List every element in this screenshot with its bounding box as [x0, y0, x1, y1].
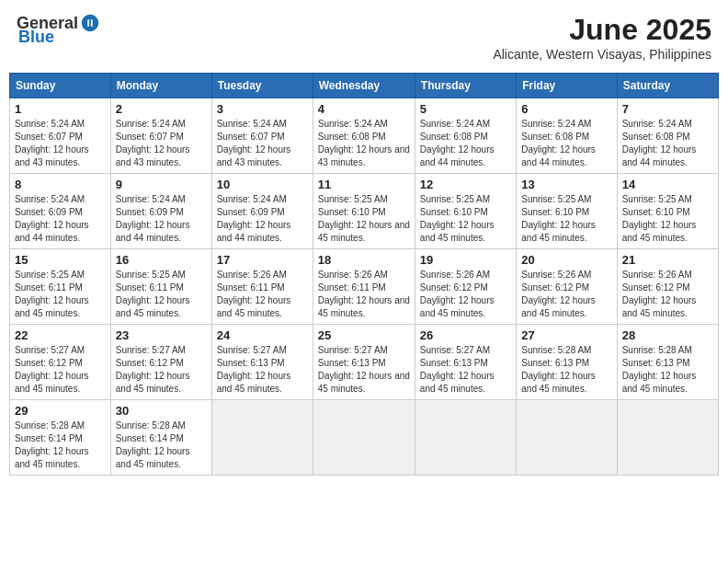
day-info: Sunrise: 5:28 AM Sunset: 6:13 PM Dayligh… — [622, 344, 713, 396]
location-subtitle: Alicante, Western Visayas, Philippines — [493, 47, 711, 62]
title-area: June 2025 Alicante, Western Visayas, Phi… — [493, 13, 711, 62]
day-info: Sunrise: 5:28 AM Sunset: 6:13 PM Dayligh… — [521, 344, 611, 396]
day-number: 26 — [420, 328, 511, 342]
calendar-cell — [517, 400, 617, 476]
day-info: Sunrise: 5:24 AM Sunset: 6:08 PM Dayligh… — [521, 118, 611, 169]
calendar-cell: 1 Sunrise: 5:24 AM Sunset: 6:07 PM Dayli… — [10, 98, 111, 174]
calendar-row: 22 Sunrise: 5:27 AM Sunset: 6:12 PM Dayl… — [10, 325, 719, 400]
day-info: Sunrise: 5:27 AM Sunset: 6:12 PM Dayligh… — [116, 344, 207, 396]
day-number: 14 — [622, 178, 713, 191]
day-info: Sunrise: 5:27 AM Sunset: 6:13 PM Dayligh… — [420, 344, 511, 396]
day-number: 16 — [116, 253, 207, 267]
day-info: Sunrise: 5:24 AM Sunset: 6:09 PM Dayligh… — [116, 193, 207, 245]
day-info: Sunrise: 5:26 AM Sunset: 6:12 PM Dayligh… — [622, 269, 713, 320]
calendar-cell: 29 Sunrise: 5:28 AM Sunset: 6:14 PM Dayl… — [10, 400, 111, 476]
calendar-cell — [617, 400, 718, 476]
day-number: 2 — [116, 102, 207, 116]
calendar-cell: 23 Sunrise: 5:27 AM Sunset: 6:12 PM Dayl… — [110, 325, 211, 400]
day-number: 12 — [420, 178, 511, 191]
calendar-cell: 10 Sunrise: 5:24 AM Sunset: 6:09 PM Dayl… — [211, 174, 313, 249]
day-info: Sunrise: 5:24 AM Sunset: 6:07 PM Dayligh… — [217, 118, 308, 169]
day-number: 15 — [15, 253, 106, 267]
weekday-header-sunday: Sunday — [10, 74, 111, 98]
calendar-cell — [415, 400, 516, 476]
calendar-cell — [211, 400, 313, 476]
day-number: 10 — [217, 178, 308, 191]
calendar-cell — [313, 400, 415, 476]
day-number: 7 — [622, 102, 713, 116]
calendar-cell: 24 Sunrise: 5:27 AM Sunset: 6:13 PM Dayl… — [211, 325, 313, 400]
day-number: 23 — [116, 328, 207, 342]
day-number: 3 — [217, 102, 308, 116]
calendar-cell: 18 Sunrise: 5:26 AM Sunset: 6:11 PM Dayl… — [313, 249, 415, 325]
day-number: 25 — [318, 328, 410, 342]
day-info: Sunrise: 5:27 AM Sunset: 6:13 PM Dayligh… — [318, 344, 410, 396]
day-info: Sunrise: 5:25 AM Sunset: 6:10 PM Dayligh… — [318, 193, 410, 245]
weekday-header-tuesday: Tuesday — [211, 74, 313, 98]
day-info: Sunrise: 5:26 AM Sunset: 6:12 PM Dayligh… — [420, 269, 511, 320]
logo-icon — [80, 13, 100, 33]
day-info: Sunrise: 5:25 AM Sunset: 6:11 PM Dayligh… — [15, 269, 106, 320]
month-year-title: June 2025 — [493, 13, 711, 47]
calendar-cell: 7 Sunrise: 5:24 AM Sunset: 6:08 PM Dayli… — [617, 98, 718, 174]
day-info: Sunrise: 5:24 AM Sunset: 6:08 PM Dayligh… — [622, 118, 713, 169]
calendar-cell: 19 Sunrise: 5:26 AM Sunset: 6:12 PM Dayl… — [415, 249, 516, 325]
day-number: 1 — [15, 102, 106, 116]
day-info: Sunrise: 5:25 AM Sunset: 6:10 PM Dayligh… — [521, 193, 611, 245]
day-number: 18 — [318, 253, 410, 267]
calendar-cell: 3 Sunrise: 5:24 AM Sunset: 6:07 PM Dayli… — [211, 98, 313, 174]
calendar-cell: 9 Sunrise: 5:24 AM Sunset: 6:09 PM Dayli… — [110, 174, 211, 249]
day-info: Sunrise: 5:25 AM Sunset: 6:11 PM Dayligh… — [116, 269, 207, 320]
day-info: Sunrise: 5:26 AM Sunset: 6:11 PM Dayligh… — [318, 269, 410, 320]
calendar-cell: 8 Sunrise: 5:24 AM Sunset: 6:09 PM Dayli… — [10, 174, 111, 249]
calendar-cell: 4 Sunrise: 5:24 AM Sunset: 6:08 PM Dayli… — [313, 98, 415, 174]
day-info: Sunrise: 5:27 AM Sunset: 6:13 PM Dayligh… — [217, 344, 308, 396]
calendar-row: 29 Sunrise: 5:28 AM Sunset: 6:14 PM Dayl… — [10, 400, 719, 476]
calendar-cell: 17 Sunrise: 5:26 AM Sunset: 6:11 PM Dayl… — [211, 249, 313, 325]
calendar-cell: 22 Sunrise: 5:27 AM Sunset: 6:12 PM Dayl… — [10, 325, 111, 400]
calendar-cell: 21 Sunrise: 5:26 AM Sunset: 6:12 PM Dayl… — [617, 249, 718, 325]
day-info: Sunrise: 5:25 AM Sunset: 6:10 PM Dayligh… — [622, 193, 713, 245]
calendar-cell: 5 Sunrise: 5:24 AM Sunset: 6:08 PM Dayli… — [415, 98, 516, 174]
day-info: Sunrise: 5:27 AM Sunset: 6:12 PM Dayligh… — [15, 344, 106, 396]
calendar-cell: 14 Sunrise: 5:25 AM Sunset: 6:10 PM Dayl… — [617, 174, 718, 249]
day-info: Sunrise: 5:24 AM Sunset: 6:09 PM Dayligh… — [15, 193, 106, 245]
calendar-cell: 15 Sunrise: 5:25 AM Sunset: 6:11 PM Dayl… — [10, 249, 111, 325]
day-number: 8 — [15, 178, 106, 191]
weekday-header-friday: Friday — [517, 74, 617, 98]
weekday-header-saturday: Saturday — [617, 74, 718, 98]
weekday-header-wednesday: Wednesday — [313, 74, 415, 98]
day-number: 22 — [15, 328, 106, 342]
calendar-cell: 27 Sunrise: 5:28 AM Sunset: 6:13 PM Dayl… — [517, 325, 617, 400]
day-info: Sunrise: 5:28 AM Sunset: 6:14 PM Dayligh… — [116, 419, 207, 471]
calendar-cell: 13 Sunrise: 5:25 AM Sunset: 6:10 PM Dayl… — [517, 174, 617, 249]
calendar-row: 15 Sunrise: 5:25 AM Sunset: 6:11 PM Dayl… — [10, 249, 719, 325]
weekday-header-row: SundayMondayTuesdayWednesdayThursdayFrid… — [10, 74, 719, 98]
calendar-cell: 12 Sunrise: 5:25 AM Sunset: 6:10 PM Dayl… — [415, 174, 516, 249]
day-number: 24 — [217, 328, 308, 342]
logo-blue-text: Blue — [18, 28, 54, 47]
calendar-cell: 20 Sunrise: 5:26 AM Sunset: 6:12 PM Dayl… — [517, 249, 617, 325]
calendar-cell: 25 Sunrise: 5:27 AM Sunset: 6:13 PM Dayl… — [313, 325, 415, 400]
day-number: 21 — [622, 253, 713, 267]
calendar-cell: 2 Sunrise: 5:24 AM Sunset: 6:07 PM Dayli… — [110, 98, 211, 174]
day-number: 29 — [15, 404, 106, 418]
day-info: Sunrise: 5:24 AM Sunset: 6:08 PM Dayligh… — [318, 118, 410, 169]
day-info: Sunrise: 5:26 AM Sunset: 6:12 PM Dayligh… — [521, 269, 611, 320]
weekday-header-thursday: Thursday — [415, 74, 516, 98]
day-number: 9 — [116, 178, 207, 191]
day-info: Sunrise: 5:28 AM Sunset: 6:14 PM Dayligh… — [15, 419, 106, 471]
day-number: 20 — [521, 253, 611, 267]
day-info: Sunrise: 5:25 AM Sunset: 6:10 PM Dayligh… — [420, 193, 511, 245]
calendar-cell: 6 Sunrise: 5:24 AM Sunset: 6:08 PM Dayli… — [517, 98, 617, 174]
day-number: 19 — [420, 253, 511, 267]
calendar-cell: 26 Sunrise: 5:27 AM Sunset: 6:13 PM Dayl… — [415, 325, 516, 400]
day-number: 11 — [318, 178, 410, 191]
calendar-cell: 11 Sunrise: 5:25 AM Sunset: 6:10 PM Dayl… — [313, 174, 415, 249]
day-info: Sunrise: 5:24 AM Sunset: 6:07 PM Dayligh… — [15, 118, 106, 169]
day-number: 27 — [521, 328, 611, 342]
day-info: Sunrise: 5:24 AM Sunset: 6:08 PM Dayligh… — [420, 118, 511, 169]
day-info: Sunrise: 5:24 AM Sunset: 6:09 PM Dayligh… — [217, 193, 308, 245]
day-number: 5 — [420, 102, 511, 116]
calendar-table: SundayMondayTuesdayWednesdayThursdayFrid… — [9, 73, 719, 476]
